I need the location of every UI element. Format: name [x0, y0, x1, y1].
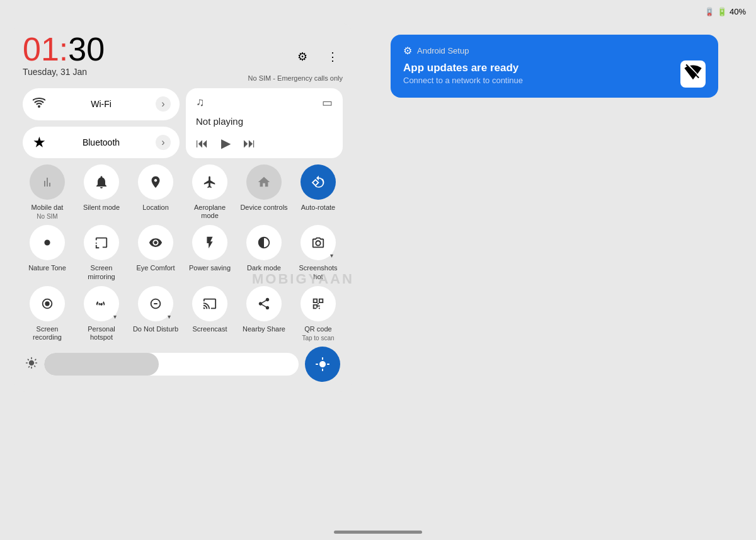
bluetooth-toggle[interactable]: ★ Bluetooth ›: [23, 127, 180, 159]
clock-hour: 01: [23, 31, 59, 67]
tile-qr-code[interactable]: QR code Tap to scan: [294, 286, 343, 342]
notification-header: ⚙ Android Setup: [403, 45, 706, 57]
power-saving-icon: [192, 225, 227, 260]
silent-mode-label: Silent mode: [83, 204, 120, 212]
personal-hotspot-icon: ▾: [84, 286, 119, 321]
notification-app-icon: ⚙: [403, 45, 412, 57]
notification-card[interactable]: ⚙ Android Setup App updates are ready Co…: [391, 35, 718, 98]
battery-icon: 🔋: [717, 7, 727, 16]
tile-aeroplane[interactable]: Aeroplane mode: [185, 164, 234, 220]
screencast-icon: [192, 286, 227, 321]
qr-code-sublabel: Tap to scan: [302, 335, 334, 342]
personal-hotspot-label: Personal hotspot: [77, 325, 126, 342]
battery-info: 🪫 🔋 40%: [704, 7, 746, 16]
mobile-data-label: Mobile dat: [32, 204, 64, 212]
tile-device-controls[interactable]: Device controls: [239, 164, 289, 220]
brightness-row: [23, 347, 343, 382]
left-toggles: Wi-Fi › ★ Bluetooth ›: [23, 88, 180, 158]
tiles-row-1: Mobile dat No SIM Silent mode Location A…: [23, 164, 343, 220]
battery-percentage: 40%: [730, 7, 746, 16]
screen-recording-icon: [30, 286, 65, 321]
tile-mobile-data[interactable]: Mobile dat No SIM: [23, 164, 72, 220]
notification-subtitle: Connect to a network to continue: [403, 76, 523, 85]
home-indicator: [334, 531, 422, 534]
battery-low-icon: 🪫: [704, 7, 714, 16]
notification-text: App updates are ready Connect to a netwo…: [403, 62, 523, 85]
wifi-icon: [32, 98, 47, 111]
screenshots-hot-icon: ▾: [301, 225, 336, 260]
aeroplane-icon: [192, 164, 227, 200]
aeroplane-label: Aeroplane mode: [185, 204, 234, 220]
do-not-disturb-icon: ▾: [138, 286, 173, 321]
nearby-share-icon: [246, 286, 282, 321]
auto-rotate-label: Auto-rotate: [301, 204, 335, 212]
wifi-toggle[interactable]: Wi-Fi ›: [23, 88, 180, 120]
watermark: MOBIGYAAN: [252, 271, 354, 287]
silent-mode-icon: [84, 164, 119, 200]
mobile-data-icon: [30, 164, 65, 200]
tile-location[interactable]: Location: [131, 164, 180, 220]
dark-mode-icon: [246, 225, 282, 260]
mobile-data-sublabel: No SIM: [37, 213, 57, 220]
nature-tone-label: Nature Tone: [28, 264, 66, 272]
screen-mirroring-label: Screen mirroring: [77, 264, 126, 280]
media-player: ♫ ▭ Not playing ⏮ ▶ ⏭: [186, 88, 343, 158]
quick-settings-panel: 01:30 Tuesday, 31 Jan ⚙ ⋮ No SIM - Emerg…: [13, 23, 353, 392]
device-controls-label: Device controls: [240, 204, 287, 212]
eye-comfort-label: Eye Comfort: [136, 264, 175, 272]
location-icon: [138, 164, 173, 200]
svg-point-4: [321, 363, 324, 365]
brightness-fill: [44, 353, 159, 376]
tile-nature-tone[interactable]: Nature Tone: [23, 225, 72, 280]
adaptive-brightness-button[interactable]: [305, 347, 340, 382]
media-title: Not playing: [196, 116, 333, 127]
tile-screencast[interactable]: Screencast: [185, 286, 234, 342]
tile-eye-comfort[interactable]: Eye Comfort: [131, 225, 180, 280]
location-label: Location: [142, 204, 169, 212]
power-saving-label: Power saving: [189, 264, 231, 272]
next-track-button[interactable]: ⏭: [243, 136, 256, 151]
qr-code-icon: [301, 286, 336, 321]
nearby-share-label: Nearby Share: [243, 325, 285, 333]
auto-rotate-icon: [301, 164, 336, 200]
tile-screen-mirroring[interactable]: Screen mirroring: [77, 225, 126, 280]
nature-tone-icon: [30, 225, 65, 260]
brightness-icon: [25, 357, 38, 372]
tile-screen-recording[interactable]: Screen recording: [23, 286, 72, 342]
tile-personal-hotspot[interactable]: ▾ Personal hotspot: [77, 286, 126, 342]
media-icons: ♫: [196, 96, 205, 109]
media-controls: ⏮ ▶ ⏭: [196, 135, 333, 151]
bluetooth-label: Bluetooth: [53, 137, 149, 147]
tiles-row-3: Screen recording ▾ Personal hotspot ▾ Do…: [23, 286, 343, 342]
bluetooth-arrow[interactable]: ›: [156, 135, 171, 150]
tile-silent-mode[interactable]: Silent mode: [77, 164, 126, 220]
settings-icon[interactable]: ⚙: [292, 47, 312, 67]
more-options-icon[interactable]: ⋮: [323, 47, 343, 67]
tile-do-not-disturb[interactable]: ▾ Do Not Disturb: [131, 286, 180, 342]
do-not-disturb-label: Do Not Disturb: [133, 325, 178, 333]
wifi-label: Wi-Fi: [53, 99, 149, 109]
play-button[interactable]: ▶: [221, 135, 231, 151]
tile-nearby-share[interactable]: Nearby Share: [239, 286, 289, 342]
wifi-arrow[interactable]: ›: [156, 96, 171, 112]
notification-body: App updates are ready Connect to a netwo…: [403, 62, 706, 88]
media-top: ♫ ▭: [196, 96, 333, 110]
screen-cast-icon[interactable]: ▭: [322, 96, 333, 110]
bluetooth-icon: ★: [32, 135, 47, 150]
notification-title: App updates are ready: [403, 62, 523, 74]
wifi-off-icon: [680, 60, 706, 88]
brightness-track[interactable]: [44, 353, 299, 376]
toggles-media-row: Wi-Fi › ★ Bluetooth › ♫ ▭ Not playing ⏮ …: [23, 88, 343, 158]
svg-point-3: [45, 301, 49, 306]
tile-auto-rotate[interactable]: Auto-rotate: [294, 164, 343, 220]
notification-app-name: Android Setup: [417, 46, 469, 55]
screen-mirroring-icon: [84, 225, 119, 260]
qr-code-label: QR code: [304, 325, 331, 333]
status-bar: 🪫 🔋 40%: [0, 0, 756, 23]
prev-track-button[interactable]: ⏮: [196, 136, 209, 151]
screen-recording-label: Screen recording: [23, 325, 72, 342]
music-note-icon: ♫: [196, 96, 205, 109]
clock-minute: 30: [68, 31, 105, 67]
tile-power-saving[interactable]: Power saving: [185, 225, 234, 280]
clock-colon: :: [59, 31, 68, 67]
